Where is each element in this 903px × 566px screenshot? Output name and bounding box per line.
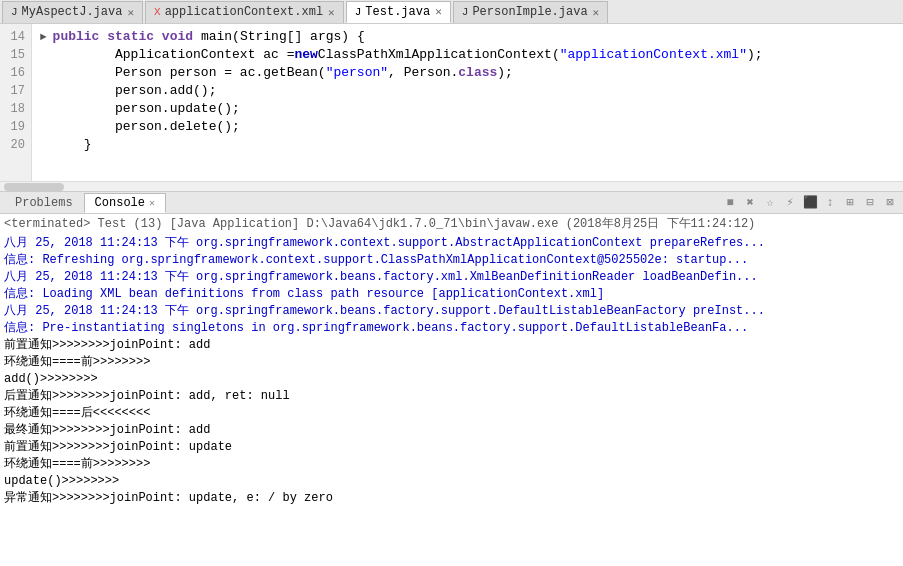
code-content[interactable]: ► public static void main(String[] args)…: [32, 24, 903, 181]
console-line: 环绕通知====后<<<<<<<<: [4, 405, 899, 422]
tab-label: PersonImple.java: [472, 5, 587, 19]
code-line-18: ► person.update();: [40, 100, 895, 118]
tab-label: MyAspectJ.java: [22, 5, 123, 19]
java-icon: J: [11, 6, 18, 18]
console-line: 八月 25, 2018 11:24:13 下午 org.springframew…: [4, 303, 899, 320]
console-tab-close[interactable]: ✕: [149, 197, 155, 209]
bottom-panel: Problems Console ✕ ■ ✖ ☆ ⚡ ⬛ ↕ ⊞ ⊟ ⊠ <te…: [0, 192, 903, 566]
tab-close-icon[interactable]: ✕: [328, 6, 335, 19]
scroll-lock-button[interactable]: ⚡: [781, 194, 799, 212]
terminated-status: <terminated> Test (13) [Java Application…: [4, 216, 899, 233]
code-line-20: ► }: [40, 136, 895, 154]
tab-label: Problems: [15, 196, 73, 210]
tab-console[interactable]: Console ✕: [84, 193, 166, 213]
breakpoint-arrow: ►: [40, 28, 47, 46]
console-line: 信息: Loading XML bean definitions from cl…: [4, 286, 899, 303]
code-line-19: ► person.delete();: [40, 118, 895, 136]
stop-button[interactable]: ■: [721, 194, 739, 212]
clear-button[interactable]: ☆: [761, 194, 779, 212]
maximize-button[interactable]: ⊠: [881, 194, 899, 212]
line-numbers: 14 15 16 17 18 19 20: [0, 24, 32, 181]
code-editor: 14 15 16 17 18 19 20 ► public static voi…: [0, 24, 903, 192]
console-toolbar: ■ ✖ ☆ ⚡ ⬛ ↕ ⊞ ⊟ ⊠: [721, 194, 903, 212]
xml-icon: X: [154, 6, 161, 18]
tab-label: Console: [95, 196, 145, 210]
console-tab-bar: Problems Console ✕ ■ ✖ ☆ ⚡ ⬛ ↕ ⊞ ⊟ ⊠: [0, 192, 903, 214]
tab-personimple[interactable]: J PersonImple.java ✕: [453, 1, 608, 23]
code-line-16: ► Person person = ac.getBean( "person" ,…: [40, 64, 895, 82]
console-line: 信息: Refreshing org.springframework.conte…: [4, 252, 899, 269]
editor-tab-bar: J MyAspectJ.java ✕ X applicationContext.…: [0, 0, 903, 24]
java-icon: J: [462, 6, 469, 18]
pin-button[interactable]: ↕: [821, 194, 839, 212]
console-line: 前置通知>>>>>>>>joinPoint: add: [4, 337, 899, 354]
console-output[interactable]: <terminated> Test (13) [Java Application…: [0, 214, 903, 566]
tab-myaspectj[interactable]: J MyAspectJ.java ✕: [2, 1, 143, 23]
remove-button[interactable]: ✖: [741, 194, 759, 212]
console-line: 八月 25, 2018 11:24:13 下午 org.springframew…: [4, 269, 899, 286]
java-icon: J: [355, 6, 362, 18]
console-line: 环绕通知====前>>>>>>>>: [4, 354, 899, 371]
tab-applicationcontext[interactable]: X applicationContext.xml ✕: [145, 1, 344, 23]
tab-close-icon[interactable]: ✕: [435, 5, 442, 18]
restore-button[interactable]: ⊟: [861, 194, 879, 212]
console-line: 异常通知>>>>>>>>joinPoint: update, e: / by z…: [4, 490, 899, 507]
console-line: 环绕通知====前>>>>>>>>: [4, 456, 899, 473]
console-line: 后置通知>>>>>>>>joinPoint: add, ret: null: [4, 388, 899, 405]
console-line: 前置通知>>>>>>>>joinPoint: update: [4, 439, 899, 456]
console-line: update()>>>>>>>>: [4, 473, 899, 490]
tab-close-icon[interactable]: ✕: [593, 6, 600, 19]
code-line-14: ► public static void main(String[] args)…: [40, 28, 895, 46]
code-line-15: ► ApplicationContext ac = new ClassPathX…: [40, 46, 895, 64]
tab-close-icon[interactable]: ✕: [127, 6, 134, 19]
console-line: 最终通知>>>>>>>>joinPoint: add: [4, 422, 899, 439]
new-console-button[interactable]: ⊞: [841, 194, 859, 212]
tab-problems[interactable]: Problems: [4, 193, 84, 213]
console-line: 信息: Pre-instantiating singletons in org.…: [4, 320, 899, 337]
console-line: add()>>>>>>>>: [4, 371, 899, 388]
word-wrap-button[interactable]: ⬛: [801, 194, 819, 212]
tab-label: Test.java: [365, 5, 430, 19]
tab-label: applicationContext.xml: [165, 5, 323, 19]
code-line-17: ► person.add();: [40, 82, 895, 100]
tab-test[interactable]: J Test.java ✕: [346, 1, 451, 23]
console-line: 八月 25, 2018 11:24:13 下午 org.springframew…: [4, 235, 899, 252]
horizontal-scrollbar[interactable]: [0, 181, 903, 191]
